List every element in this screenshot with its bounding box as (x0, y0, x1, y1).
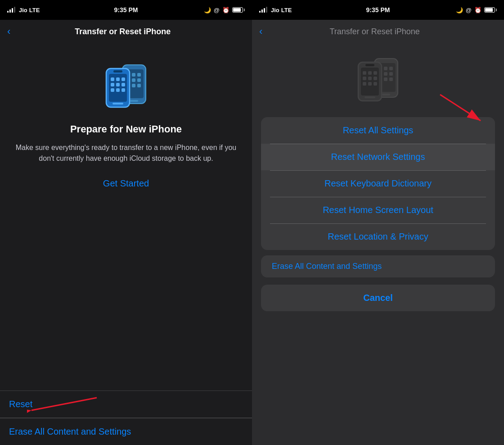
alarm-icon: ⏰ (222, 7, 230, 14)
left-back-button[interactable]: ‹ (7, 26, 10, 37)
right-status-right: 🌙 @ ⏰ (456, 7, 497, 14)
right-battery-body (484, 7, 495, 13)
svg-rect-44 (363, 77, 366, 80)
at-icon: @ (214, 7, 220, 14)
right-status-left: Jio LTE (259, 7, 292, 14)
svg-rect-4 (137, 73, 141, 77)
right-erase-label[interactable]: Erase All Content and Settings (272, 262, 382, 271)
erase-label[interactable]: Erase All Content and Settings (9, 427, 131, 436)
battery-icon (232, 7, 245, 13)
svg-rect-50 (364, 96, 375, 98)
svg-rect-22 (122, 88, 125, 92)
svg-rect-19 (122, 83, 125, 86)
svg-rect-49 (374, 82, 377, 86)
svg-line-26 (32, 398, 97, 410)
right-battery-fill (485, 8, 493, 12)
battery-fill (233, 8, 241, 12)
left-panel: Jio LTE 9:35 PM 🌙 @ ⏰ ‹ Transfer or Rese… (0, 0, 252, 445)
get-started-button[interactable]: Get Started (103, 178, 149, 189)
left-status-bar: Jio LTE 9:35 PM 🌙 @ ⏰ (0, 0, 252, 20)
phone-transfer-svg (99, 57, 153, 111)
svg-rect-21 (116, 88, 120, 92)
carrier-label: Jio (19, 7, 27, 14)
reset-section[interactable]: Reset (0, 391, 252, 418)
signal-bars (7, 7, 15, 13)
svg-rect-6 (132, 78, 135, 82)
svg-rect-48 (368, 82, 372, 86)
reset-menu-card: Reset All Settings Reset Network Setting… (261, 117, 495, 250)
right-network-label: LTE (281, 7, 292, 14)
right-phone-svg (351, 50, 405, 104)
network-settings-red-arrow (436, 90, 499, 126)
svg-rect-43 (374, 71, 377, 75)
right-content: Reset All Settings Reset Network Setting… (252, 43, 504, 445)
right-phone-icon (351, 50, 405, 106)
svg-rect-33 (384, 72, 387, 76)
right-signal-bar-1 (259, 11, 261, 13)
right-back-button[interactable]: ‹ (259, 26, 262, 37)
svg-rect-47 (363, 82, 366, 86)
svg-rect-34 (389, 72, 393, 76)
svg-rect-51 (365, 64, 374, 66)
svg-rect-36 (384, 77, 387, 81)
status-right: 🌙 @ ⏰ (204, 7, 245, 14)
right-status-bar: Jio LTE 9:35 PM 🌙 @ ⏰ (252, 0, 504, 20)
signal-bar-2 (9, 9, 11, 13)
svg-rect-41 (363, 71, 366, 75)
svg-rect-3 (132, 73, 135, 77)
svg-line-53 (440, 95, 481, 121)
svg-rect-18 (116, 83, 120, 86)
reset-network-settings-item[interactable]: Reset Network Settings (261, 144, 495, 170)
right-moon-icon: 🌙 (456, 7, 463, 14)
svg-rect-23 (112, 103, 123, 104)
right-battery-icon (484, 7, 497, 13)
right-nav-title: Transfer or Reset iPhone (266, 27, 483, 36)
right-nav-bar: ‹ Transfer or Reset iPhone (252, 20, 504, 43)
svg-rect-17 (111, 83, 114, 86)
svg-rect-20 (111, 88, 114, 92)
right-signal-bars (259, 7, 267, 13)
svg-rect-45 (368, 77, 372, 80)
svg-rect-7 (137, 78, 141, 82)
svg-rect-15 (116, 77, 120, 81)
left-nav-title: Transfer or Reset iPhone (14, 27, 231, 36)
right-signal-bar-4 (266, 7, 267, 13)
status-time: 9:35 PM (114, 6, 138, 14)
right-status-time: 9:35 PM (366, 6, 390, 14)
reset-keyboard-dictionary-item[interactable]: Reset Keyboard Dictionary (261, 170, 495, 197)
moon-icon: 🌙 (204, 7, 211, 14)
reset-menu-container: Reset All Settings Reset Network Setting… (252, 117, 504, 250)
right-panel: Jio LTE 9:35 PM 🌙 @ ⏰ ‹ Transfer or Rese… (252, 0, 504, 445)
right-at-icon: @ (466, 7, 472, 14)
right-battery-tip (496, 9, 497, 11)
reset-location-privacy-item[interactable]: Reset Location & Privacy (261, 223, 495, 250)
right-signal-bar-3 (264, 8, 265, 13)
svg-rect-16 (122, 77, 125, 81)
phone-transfer-icon-container (99, 57, 153, 113)
svg-rect-31 (389, 67, 393, 70)
signal-bar-1 (7, 11, 9, 13)
erase-section[interactable]: Erase All Content and Settings (0, 418, 252, 445)
right-alarm-icon: ⏰ (474, 7, 482, 14)
battery-body (232, 7, 243, 13)
svg-rect-30 (384, 67, 387, 70)
svg-rect-11 (130, 100, 138, 102)
reset-home-screen-layout-item[interactable]: Reset Home Screen Layout (261, 197, 495, 223)
status-left: Jio LTE (7, 7, 40, 14)
svg-rect-10 (137, 84, 141, 87)
right-carrier-label: Jio (271, 7, 279, 14)
svg-rect-24 (113, 70, 122, 73)
right-erase-section: Erase All Content and Settings (261, 250, 495, 279)
signal-bar-4 (14, 7, 15, 13)
cancel-button[interactable]: Cancel (261, 285, 495, 311)
battery-tip (244, 9, 245, 11)
signal-bar-3 (12, 8, 13, 13)
svg-rect-9 (132, 84, 135, 87)
right-signal-bar-2 (261, 9, 263, 13)
left-bottom: Reset Erase All Content and Settings (0, 391, 252, 445)
svg-rect-42 (368, 71, 372, 75)
prepare-desc: Make sure everything's ready to transfer… (9, 142, 243, 164)
svg-rect-46 (374, 77, 377, 80)
left-content: Prepare for New iPhone Make sure everyth… (0, 43, 252, 391)
network-label: LTE (29, 7, 40, 14)
